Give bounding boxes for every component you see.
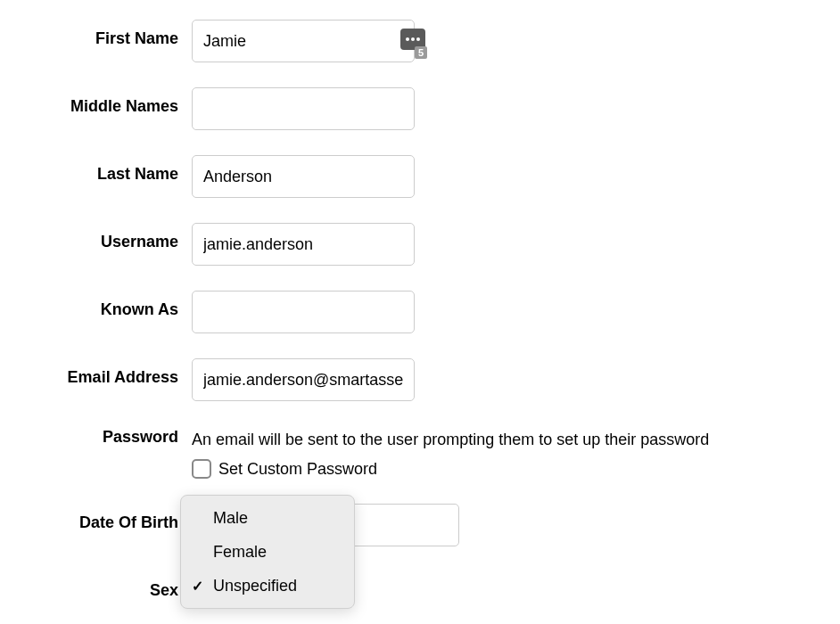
sex-label: Sex [0, 571, 192, 600]
known-as-row: Known As [0, 291, 840, 333]
username-row: Username [0, 223, 840, 266]
middle-names-input[interactable] [192, 87, 415, 130]
last-name-label: Last Name [0, 155, 192, 184]
middle-names-label: Middle Names [0, 87, 192, 116]
password-row: Password An email will be sent to the us… [0, 426, 840, 479]
sex-row: Sex [0, 571, 840, 600]
known-as-label: Known As [0, 291, 192, 319]
sex-dropdown-menu[interactable]: Male Female Unspecified [180, 495, 355, 609]
first-name-label: First Name [0, 20, 192, 48]
password-label: Password [0, 426, 192, 447]
email-input[interactable] [192, 358, 415, 401]
email-label: Email Address [0, 358, 192, 387]
custom-password-row: Set Custom Password [192, 459, 709, 479]
dob-row: Date Of Birth [0, 504, 840, 546]
password-note: An email will be sent to the user prompt… [192, 426, 709, 452]
username-input[interactable] [192, 223, 415, 266]
dropdown-option-female[interactable]: Female [181, 535, 354, 569]
last-name-row: Last Name [0, 155, 840, 198]
dob-label: Date Of Birth [0, 504, 192, 532]
dropdown-option-male[interactable]: Male [181, 501, 354, 535]
first-name-row: First Name 5 [0, 20, 840, 62]
known-as-input[interactable] [192, 291, 415, 333]
autofill-badge[interactable]: 5 [400, 29, 425, 50]
username-label: Username [0, 223, 192, 251]
custom-password-checkbox[interactable] [192, 459, 211, 479]
first-name-input[interactable] [192, 20, 415, 62]
middle-names-row: Middle Names [0, 87, 840, 130]
ellipsis-icon [406, 37, 420, 41]
dropdown-option-unspecified[interactable]: Unspecified [181, 569, 354, 603]
email-row: Email Address [0, 358, 840, 401]
user-form: First Name 5 Middle Names Last Name [0, 0, 840, 600]
last-name-input[interactable] [192, 155, 415, 198]
autofill-count: 5 [415, 46, 427, 59]
custom-password-label: Set Custom Password [218, 460, 377, 479]
first-name-field-wrapper: 5 [192, 20, 415, 62]
